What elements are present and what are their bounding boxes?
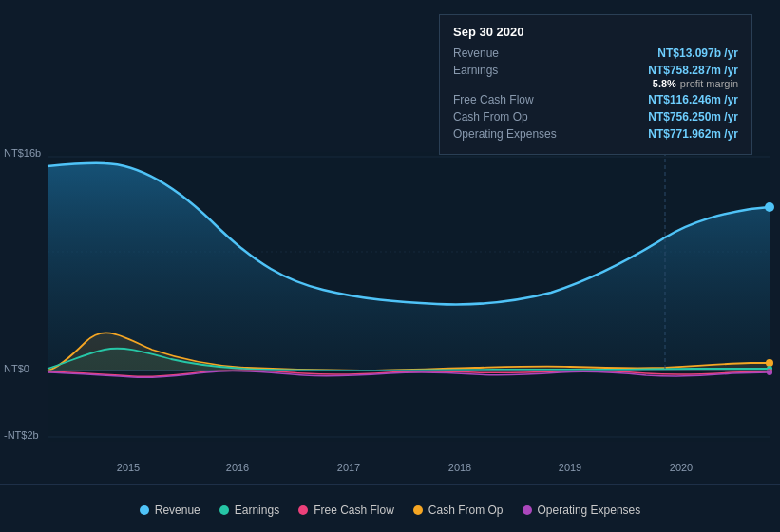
- tooltip-profit-margin: 5.8% profit margin: [453, 78, 738, 89]
- x-label-2018: 2018: [448, 462, 471, 473]
- tooltip-row-revenue: Revenue NT$13.097b /yr: [453, 47, 738, 60]
- tooltip-label-opex: Operating Expenses: [453, 127, 557, 141]
- x-label-2017: 2017: [337, 462, 360, 473]
- x-label-2016: 2016: [226, 462, 249, 473]
- legend-label-cashfromop: Cash From Op: [428, 504, 504, 517]
- tooltip-row-fcf: Free Cash Flow NT$116.246m /yr: [453, 93, 738, 106]
- tooltip-row-earnings: Earnings NT$758.287m /yr: [453, 64, 738, 77]
- bottom-divider: [0, 484, 780, 484]
- tooltip-value-opex: NT$771.962m /yr: [648, 127, 738, 141]
- tooltip-value-revenue: NT$13.097b /yr: [657, 47, 738, 60]
- legend-dot-fcf: [298, 505, 308, 515]
- tooltip-box: Sep 30 2020 Revenue NT$13.097b /yr Earni…: [439, 14, 752, 155]
- tooltip-row-opex: Operating Expenses NT$771.962m /yr: [453, 127, 738, 141]
- y-label-top: NT$16b: [4, 147, 41, 159]
- tooltip-value-cashfromop: NT$756.250m /yr: [648, 110, 738, 124]
- tooltip-label-earnings: Earnings: [453, 64, 498, 77]
- legend-item-fcf[interactable]: Free Cash Flow: [298, 504, 394, 517]
- tooltip-label-cashfromop: Cash From Op: [453, 110, 528, 124]
- tooltip-title: Sep 30 2020: [453, 25, 738, 39]
- legend-label-opex: Operating Expenses: [538, 504, 641, 517]
- legend-label-revenue: Revenue: [155, 504, 200, 517]
- svg-point-7: [765, 202, 774, 212]
- chart-legend: Revenue Earnings Free Cash Flow Cash Fro…: [0, 504, 780, 517]
- legend-item-revenue[interactable]: Revenue: [140, 504, 200, 517]
- chart-container: Sep 30 2020 Revenue NT$13.097b /yr Earni…: [0, 0, 780, 532]
- legend-label-earnings: Earnings: [235, 504, 279, 517]
- y-label-zero: NT$0: [4, 363, 29, 374]
- legend-item-opex[interactable]: Operating Expenses: [523, 504, 641, 517]
- x-label-2020: 2020: [670, 462, 693, 473]
- tooltip-label-fcf: Free Cash Flow: [453, 93, 534, 106]
- tooltip-value-fcf: NT$116.246m /yr: [648, 93, 738, 106]
- svg-point-8: [766, 359, 773, 367]
- legend-dot-opex: [523, 505, 532, 515]
- y-label-negative: -NT$2b: [4, 429, 39, 441]
- x-label-2019: 2019: [559, 462, 581, 473]
- tooltip-value-earnings: NT$758.287m /yr: [648, 64, 738, 77]
- legend-dot-earnings: [219, 505, 229, 515]
- legend-dot-cashfromop: [413, 505, 423, 515]
- legend-dot-revenue: [140, 505, 149, 515]
- tooltip-label-revenue: Revenue: [453, 47, 499, 60]
- x-label-2015: 2015: [117, 462, 140, 473]
- legend-item-cashfromop[interactable]: Cash From Op: [413, 504, 504, 517]
- legend-item-earnings[interactable]: Earnings: [219, 504, 279, 517]
- legend-label-fcf: Free Cash Flow: [314, 504, 394, 517]
- tooltip-row-cashfromop: Cash From Op NT$756.250m /yr: [453, 110, 738, 124]
